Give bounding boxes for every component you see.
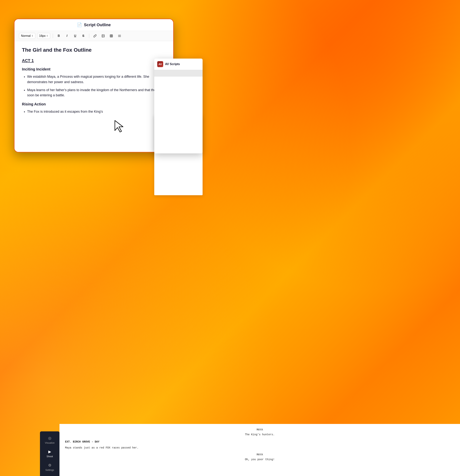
- document-content: The Girl and the Fox Outline ACT 1 Incit…: [15, 41, 173, 152]
- svg-point-1: [103, 35, 103, 35]
- shoot-icon: ▶: [48, 450, 51, 454]
- character-2: MAYA: [65, 453, 454, 457]
- av-panel-header: AV AV Scripts: [154, 59, 203, 70]
- bullet-3: The Fox is introduced as it escapes from…: [27, 109, 166, 114]
- dialogue-2: Oh, you poor thing!: [65, 457, 454, 461]
- shoot-label: Shoot: [47, 455, 53, 458]
- size-label: 16px: [39, 34, 46, 38]
- underline-button[interactable]: U: [72, 33, 78, 39]
- bottom-script-view: MAYA The King's hunters. EXT. BIRCH GROV…: [59, 424, 460, 476]
- section-2-heading: Rising Action: [22, 102, 166, 106]
- svg-rect-2: [110, 34, 113, 37]
- strikethrough-button[interactable]: S: [80, 33, 86, 39]
- italic-button[interactable]: I: [64, 33, 70, 39]
- settings-icon: ⚙: [48, 463, 51, 468]
- bullet-2: Maya learns of her father's plans to inv…: [27, 87, 166, 98]
- mouse-cursor: [113, 119, 125, 133]
- link-button[interactable]: [92, 33, 98, 39]
- bullet-1: We establish Maya, a Princess with magic…: [27, 74, 166, 85]
- style-label: Normal: [21, 34, 31, 38]
- av-panel-title: AV Scripts: [165, 62, 180, 66]
- bold-button[interactable]: B: [56, 33, 62, 39]
- window-title: Script Outline: [84, 23, 111, 27]
- scene-heading: EXT. BIRCH GROVE - DAY: [65, 440, 454, 444]
- act-heading: ACT 1: [22, 58, 166, 63]
- visualize-icon: ◎: [48, 436, 51, 440]
- action-1: Maya stands just as a red FOX races pass…: [65, 446, 454, 450]
- align-button[interactable]: [116, 33, 123, 39]
- document-title: The Girl and the Fox Outline: [22, 47, 166, 53]
- sidebar-item-settings[interactable]: ⚙ Settings: [40, 460, 59, 474]
- character-1: MAYA: [65, 428, 454, 432]
- left-sidebar: ◎ Visualize ▶ Shoot ⚙ Settings: [40, 431, 59, 476]
- table-button[interactable]: [108, 33, 115, 39]
- image-button[interactable]: [100, 33, 106, 39]
- document-icon: 📄: [77, 23, 82, 27]
- style-chevron: ⇕: [31, 34, 33, 37]
- settings-label: Settings: [45, 468, 54, 471]
- section-2-bullets: The Fox is introduced as it escapes from…: [27, 109, 166, 114]
- sidebar-item-visualize[interactable]: ◎ Visualize: [40, 433, 59, 447]
- divider-1: [53, 34, 53, 38]
- formatting-toolbar: Normal ⇕ 16px ⇕ B I U S: [15, 31, 173, 41]
- title-bar: 📄 Script Outline: [15, 19, 173, 31]
- dialogue-1: The King's hunters.: [65, 433, 454, 437]
- size-chevron: ⇕: [46, 34, 48, 37]
- section-1-heading: Inciting Incident: [22, 67, 166, 71]
- visualize-label: Visualize: [45, 442, 55, 444]
- style-select[interactable]: Normal ⇕: [19, 33, 35, 39]
- script-outline-window: 📄 Script Outline Normal ⇕ 16px ⇕ B I U S: [14, 19, 174, 153]
- section-1-bullets: We establish Maya, a Princess with magic…: [27, 74, 166, 98]
- av-icon: AV: [157, 61, 163, 67]
- size-select[interactable]: 16px ⇕: [37, 33, 50, 39]
- sidebar-item-shoot[interactable]: ▶ Shoot: [40, 447, 59, 460]
- av-scripts-panel: AV AV Scripts: [154, 59, 203, 153]
- av-search-bar: [154, 70, 203, 76]
- divider-2: [89, 34, 89, 38]
